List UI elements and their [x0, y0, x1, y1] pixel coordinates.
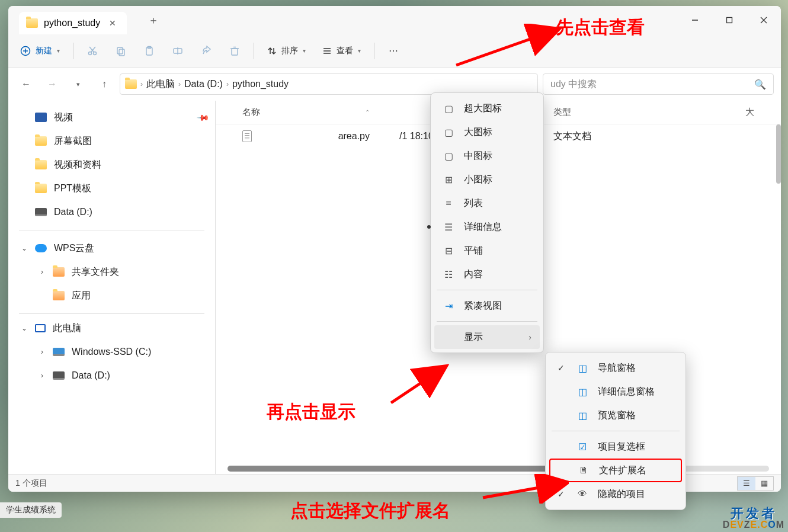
- titlebar: python_study ✕ ＋: [8, 6, 781, 34]
- grid-view-button[interactable]: ▦: [755, 477, 773, 490]
- svg-rect-17: [232, 49, 238, 55]
- pin-icon: 📌: [196, 110, 210, 124]
- show-submenu: ✓◫导航窗格 ◫详细信息窗格 ◫预览窗格 ☑项目复选框 🗎文件扩展名 ✓👁隐藏的…: [545, 352, 686, 510]
- menu-list[interactable]: ≡列表: [434, 191, 540, 215]
- file-icon: 🗎: [578, 465, 590, 476]
- copy-icon: [116, 46, 126, 56]
- tab-python-study[interactable]: python_study ✕: [19, 12, 127, 34]
- more-button[interactable]: ⋯: [380, 39, 406, 63]
- menu-hidden-items[interactable]: ✓👁隐藏的项目: [549, 482, 682, 506]
- cut-button[interactable]: [79, 39, 105, 63]
- sort-icon: [267, 46, 277, 56]
- sidebar-item-drive-d[interactable]: ›Data (D:): [8, 364, 215, 387]
- monitor-icon: [35, 324, 46, 332]
- close-tab-button[interactable]: ✕: [104, 15, 121, 31]
- tiles-icon: ⊟: [443, 245, 454, 257]
- sidebar-item-thispc[interactable]: ⌄此电脑: [8, 316, 215, 340]
- rename-icon: [172, 46, 183, 56]
- menu-details[interactable]: ☰详细信息: [434, 215, 540, 239]
- column-size-header[interactable]: 大: [745, 107, 781, 118]
- share-button[interactable]: [193, 39, 219, 63]
- new-tab-button[interactable]: ＋: [142, 11, 165, 30]
- details-view-button[interactable]: ☰: [738, 477, 755, 490]
- item-count: 1 个项目: [15, 478, 47, 489]
- grid-icon: ⊞: [443, 174, 454, 185]
- up-button[interactable]: ↑: [94, 73, 115, 95]
- view-button[interactable]: 查看 ▾: [315, 39, 368, 63]
- maximize-button[interactable]: [712, 6, 747, 34]
- sidebar-item-ppt[interactable]: PPT模板: [8, 177, 215, 200]
- breadcrumb-folder[interactable]: python_study: [232, 79, 289, 89]
- eye-icon: 👁: [576, 489, 588, 499]
- column-name-header[interactable]: 名称⌃: [216, 107, 382, 118]
- menu-details-pane[interactable]: ◫详细信息窗格: [549, 380, 682, 403]
- chevron-down-icon[interactable]: ⌄: [19, 244, 30, 252]
- copy-button[interactable]: [108, 39, 134, 63]
- chevron-right-icon[interactable]: ›: [37, 348, 47, 356]
- cloud-icon: [35, 244, 47, 252]
- new-button[interactable]: 新建 ▾: [13, 39, 67, 63]
- menu-content[interactable]: ☷内容: [434, 262, 540, 286]
- share-icon: [201, 46, 212, 56]
- check-icon: ✓: [558, 489, 567, 499]
- menu-tiles[interactable]: ⊟平铺: [434, 239, 540, 262]
- search-input[interactable]: udy 中搜索 🔍: [543, 73, 774, 95]
- pane-icon: ◫: [576, 410, 588, 421]
- sidebar-item-videosdata[interactable]: 视频和资料: [8, 153, 215, 177]
- breadcrumb[interactable]: › 此电脑 › Data (D:) › python_study: [120, 73, 538, 95]
- column-type-header[interactable]: 类型: [547, 107, 745, 118]
- menu-item-checkboxes[interactable]: ☑项目复选框: [549, 435, 682, 459]
- menu-show[interactable]: 显示›: [434, 325, 540, 349]
- menu-navigation-pane[interactable]: ✓◫导航窗格: [549, 356, 682, 380]
- folder-icon: [35, 160, 47, 169]
- breadcrumb-drive[interactable]: Data (D:): [184, 79, 223, 89]
- horizontal-scrollbar[interactable]: [228, 466, 769, 472]
- chevron-down-icon[interactable]: ⌄: [19, 324, 30, 332]
- folder-icon: [125, 79, 137, 89]
- display-icon: ▢: [443, 103, 454, 114]
- menu-compact[interactable]: ⇥紧凑视图: [434, 294, 540, 318]
- svg-rect-11: [117, 47, 123, 54]
- check-icon: ✓: [558, 363, 567, 373]
- chevron-right-icon[interactable]: ›: [37, 268, 47, 276]
- delete-button[interactable]: [222, 39, 248, 63]
- folder-icon: [26, 18, 38, 28]
- list-icon: ≡: [443, 198, 454, 209]
- menu-file-extensions[interactable]: 🗎文件扩展名: [549, 459, 682, 482]
- back-button[interactable]: ←: [15, 73, 37, 95]
- menu-medium-icons[interactable]: ▢中图标: [434, 144, 540, 168]
- breadcrumb-thispc[interactable]: 此电脑: [146, 78, 175, 91]
- sidebar-item-screenshots[interactable]: 屏幕截图: [8, 129, 215, 153]
- window-controls: [678, 6, 781, 34]
- sidebar-item-drive-c[interactable]: ›Windows-SSD (C:): [8, 340, 215, 364]
- chevron-right-icon: ›: [528, 332, 531, 342]
- recent-locations-button[interactable]: ▾: [68, 73, 89, 95]
- file-name: area.py: [338, 131, 370, 142]
- minimize-button[interactable]: [678, 6, 712, 34]
- address-bar: ← → ▾ ↑ › 此电脑 › Data (D:) › python_study…: [8, 68, 781, 101]
- sidebar-item-apps[interactable]: 应用: [8, 284, 215, 307]
- sort-button[interactable]: 排序 ▾: [260, 39, 313, 63]
- display-icon: ▢: [443, 150, 454, 162]
- menu-large-icons[interactable]: ▢大图标: [434, 120, 540, 144]
- folder-icon: [53, 267, 65, 277]
- sidebar-item-wps[interactable]: ⌄WPS云盘: [8, 236, 215, 260]
- svg-rect-1: [727, 18, 732, 23]
- pane-icon: ◫: [576, 363, 588, 374]
- menu-preview-pane[interactable]: ◫预览窗格: [549, 403, 682, 427]
- forward-button[interactable]: →: [41, 73, 63, 95]
- taskbar-app[interactable]: 学生成绩系统: [0, 502, 62, 518]
- menu-extra-large-icons[interactable]: ▢超大图标: [434, 97, 540, 120]
- drive-icon: [35, 208, 47, 216]
- menu-small-icons[interactable]: ⊞小图标: [434, 168, 540, 191]
- paste-button[interactable]: [136, 39, 162, 63]
- sidebar-item-datad[interactable]: Data (D:): [8, 200, 215, 224]
- folder-icon: [53, 291, 65, 300]
- sidebar-item-shared[interactable]: ›共享文件夹: [8, 260, 215, 284]
- chevron-right-icon[interactable]: ›: [37, 371, 47, 380]
- file-type: 文本文档: [547, 130, 745, 143]
- navigation-pane[interactable]: 视频📌 屏幕截图 视频和资料 PPT模板 Data (D:) ⌄WPS云盘 ›共…: [8, 101, 216, 474]
- sidebar-item-videos[interactable]: 视频📌: [8, 105, 215, 129]
- rename-button[interactable]: [165, 39, 191, 63]
- close-window-button[interactable]: [747, 6, 781, 34]
